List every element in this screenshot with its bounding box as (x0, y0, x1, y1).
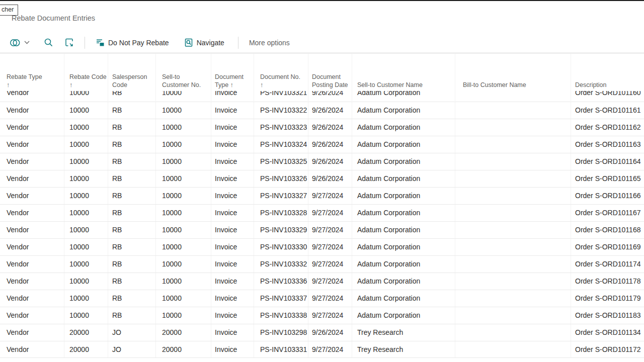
cell-document-posting-date[interactable]: 9/27/2024 (308, 239, 352, 255)
cell-rebate-type[interactable]: Vendor (0, 341, 64, 357)
cell-sell-to-customer-no[interactable]: 10000 (156, 205, 211, 221)
cell-document-posting-date[interactable]: 9/27/2024 (308, 205, 352, 221)
cell-document-type[interactable]: Invoice (211, 136, 254, 153)
cell-rebate-type[interactable]: Vendor (0, 290, 64, 307)
column-header-bill-to-customer-name[interactable]: Bill-to Customer Name (455, 54, 571, 91)
cell-document-posting-date[interactable]: 9/27/2024 (308, 273, 352, 290)
cell-rebate-code[interactable]: 10000 (64, 119, 108, 136)
cell-sell-to-customer-no[interactable]: 10000 (156, 239, 211, 255)
cell-sell-to-customer-no[interactable]: 10000 (156, 91, 211, 101)
cell-sell-to-customer-no[interactable]: 10000 (156, 170, 211, 187)
cell-salesperson-code[interactable]: RB (108, 102, 156, 119)
cell-bill-to-customer-name[interactable] (455, 188, 571, 204)
table-row[interactable]: Vendor20000JO20000InvoicePS-INV1033319/2… (0, 341, 644, 358)
cell-sell-to-customer-no[interactable]: 10000 (156, 153, 211, 170)
cell-salesperson-code[interactable]: RB (108, 136, 156, 153)
cell-sell-to-customer-no[interactable]: 10000 (156, 290, 211, 307)
cell-sell-to-customer-name[interactable]: Adatum Corporation (352, 188, 455, 204)
cell-bill-to-customer-name[interactable] (455, 91, 571, 101)
cell-salesperson-code[interactable]: JO (108, 341, 156, 357)
column-header-document-no[interactable]: Document No. ↑ (254, 54, 308, 91)
cell-sell-to-customer-name[interactable]: Adatum Corporation (352, 273, 455, 290)
cell-sell-to-customer-name[interactable]: Adatum Corporation (352, 91, 455, 101)
cell-rebate-code[interactable]: 10000 (64, 307, 108, 324)
cell-salesperson-code[interactable]: JO (108, 324, 156, 341)
cell-rebate-type[interactable]: Vendor (0, 205, 64, 221)
cell-document-no[interactable]: PS-INV103327 (254, 188, 308, 204)
cell-rebate-code[interactable]: 10000 (64, 222, 108, 238)
cell-bill-to-customer-name[interactable] (455, 256, 571, 273)
cell-description[interactable]: Order S-ORD101163 (571, 136, 644, 153)
cell-sell-to-customer-name[interactable]: Adatum Corporation (352, 307, 455, 324)
cell-sell-to-customer-no[interactable]: 10000 (156, 188, 211, 204)
cell-description[interactable]: Order S-ORD101167 (571, 205, 644, 221)
cell-document-no[interactable]: PS-INV103298 (254, 324, 308, 341)
table-row[interactable]: Vendor10000RB10000InvoicePS-INV1033269/2… (0, 170, 644, 187)
cell-document-no[interactable]: PS-INV103323 (254, 119, 308, 136)
table-row[interactable]: Vendor10000RB10000InvoicePS-INV1033309/2… (0, 238, 644, 255)
cell-sell-to-customer-no[interactable]: 10000 (156, 273, 211, 290)
cell-rebate-code[interactable]: 20000 (64, 324, 108, 341)
cell-salesperson-code[interactable]: RB (108, 222, 156, 238)
cell-rebate-type[interactable]: Vendor (0, 119, 64, 136)
cell-bill-to-customer-name[interactable] (455, 290, 571, 307)
cell-sell-to-customer-name[interactable]: Adatum Corporation (352, 222, 455, 238)
cell-sell-to-customer-no[interactable]: 10000 (156, 119, 211, 136)
column-header-sell-to-customer-no[interactable]: Sell-to Customer No. (156, 54, 211, 91)
cell-document-type[interactable]: Invoice (211, 205, 254, 221)
cell-document-type[interactable]: Invoice (211, 102, 254, 119)
clipped-scrolled-row[interactable]: Vendor10000RB10000InvoicePS-INV1033219/2… (0, 91, 644, 102)
cell-salesperson-code[interactable]: RB (108, 290, 156, 307)
cell-sell-to-customer-name[interactable]: Adatum Corporation (352, 136, 455, 153)
table-row[interactable]: Vendor10000RB10000InvoicePS-INV1033299/2… (0, 221, 644, 238)
cell-document-posting-date[interactable]: 9/26/2024 (308, 102, 352, 119)
cell-rebate-code[interactable]: 10000 (64, 188, 108, 204)
cell-document-posting-date[interactable]: 9/27/2024 (308, 290, 352, 307)
table-row[interactable]: Vendor10000RB10000InvoicePS-INV1033239/2… (0, 119, 644, 136)
more-options-button[interactable]: More options (246, 37, 293, 49)
cell-sell-to-customer-no[interactable]: 10000 (156, 256, 211, 273)
cell-document-posting-date[interactable]: 9/27/2024 (308, 188, 352, 204)
cell-document-no[interactable]: PS-INV103337 (254, 290, 308, 307)
cell-document-posting-date[interactable]: 9/27/2024 (308, 307, 352, 324)
cell-description[interactable]: Order S-ORD101134 (571, 324, 644, 341)
cell-rebate-code[interactable]: 10000 (64, 136, 108, 153)
cell-document-no[interactable]: PS-INV103322 (254, 102, 308, 119)
navigate-button[interactable]: Navigate (181, 36, 227, 49)
cell-bill-to-customer-name[interactable] (455, 102, 571, 119)
cell-sell-to-customer-no[interactable]: 10000 (156, 307, 211, 324)
cell-salesperson-code[interactable]: RB (108, 91, 156, 101)
table-row[interactable]: Vendor10000RB10000InvoicePS-INV1033389/2… (0, 307, 644, 324)
column-header-description[interactable]: Description (571, 54, 644, 91)
table-row[interactable]: Vendor10000RB10000InvoicePS-INV1033279/2… (0, 187, 644, 204)
cell-document-no[interactable]: PS-INV103324 (254, 136, 308, 153)
cell-salesperson-code[interactable]: RB (108, 205, 156, 221)
cell-document-type[interactable]: Invoice (211, 341, 254, 357)
column-header-salesperson-code[interactable]: Salesperson Code (108, 54, 156, 91)
cell-rebate-code[interactable]: 10000 (64, 290, 108, 307)
views-dropdown-button[interactable] (9, 38, 30, 48)
cell-sell-to-customer-name[interactable]: Trey Research (352, 341, 455, 357)
cell-bill-to-customer-name[interactable] (455, 119, 571, 136)
column-header-rebate-code[interactable]: Rebate Code ↑ (64, 54, 108, 91)
cell-rebate-type[interactable]: Vendor (0, 102, 64, 119)
cell-bill-to-customer-name[interactable] (455, 222, 571, 238)
cell-sell-to-customer-name[interactable]: Adatum Corporation (352, 153, 455, 170)
cell-description[interactable]: Order S-ORD101179 (571, 290, 644, 307)
cell-bill-to-customer-name[interactable] (455, 136, 571, 153)
cell-description[interactable]: Order S-ORD101172 (571, 341, 644, 357)
table-row[interactable]: Vendor10000RB10000InvoicePS-INV1033369/2… (0, 273, 644, 290)
table-row[interactable]: Vendor10000RB10000InvoicePS-INV1033379/2… (0, 290, 644, 307)
cell-rebate-type[interactable]: Vendor (0, 324, 64, 341)
cell-rebate-type[interactable]: Vendor (0, 222, 64, 238)
cell-description[interactable]: Order S-ORD101164 (571, 153, 644, 170)
cell-description[interactable]: Order S-ORD101162 (571, 119, 644, 136)
table-row[interactable]: Vendor10000RB10000InvoicePS-INV1033249/2… (0, 136, 644, 153)
cell-document-type[interactable]: Invoice (211, 307, 254, 324)
cell-bill-to-customer-name[interactable] (455, 341, 571, 357)
cell-document-type[interactable]: Invoice (211, 239, 254, 255)
cell-document-no[interactable]: PS-INV103325 (254, 153, 308, 170)
cell-rebate-type[interactable]: Vendor (0, 153, 64, 170)
cell-document-posting-date[interactable]: 9/26/2024 (308, 119, 352, 136)
cell-salesperson-code[interactable]: RB (108, 153, 156, 170)
